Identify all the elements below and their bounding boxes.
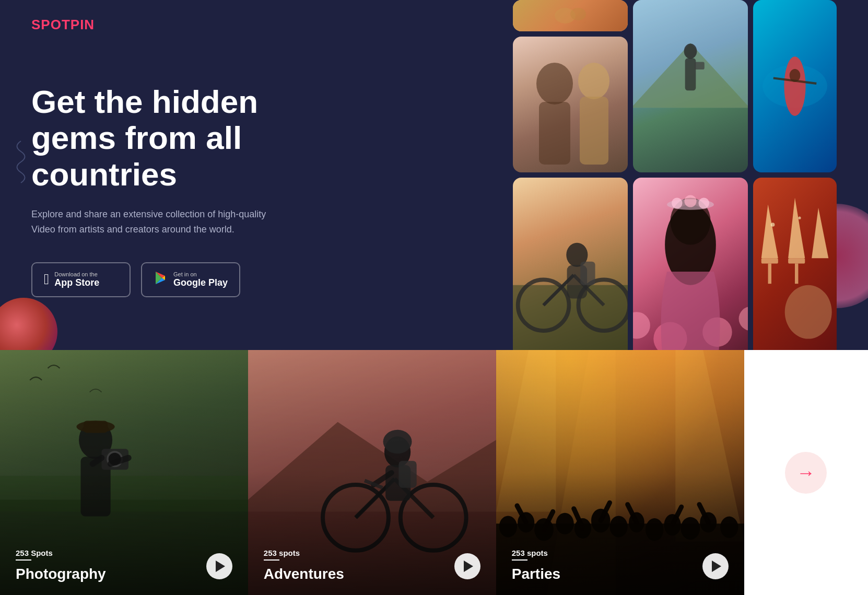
googleplay-button[interactable]: Get in on Google Play: [141, 262, 240, 297]
category-parties[interactable]: 253 spots Parties: [496, 350, 744, 595]
photo-card-kayak: [753, 0, 837, 172]
svg-rect-20: [761, 258, 778, 263]
svg-point-8: [578, 63, 609, 99]
appstore-button[interactable]:  Download on the App Store: [31, 262, 131, 297]
download-buttons:  Download on the App Store G: [31, 262, 345, 297]
header: SPOTPIN: [31, 17, 95, 33]
photo-card-cyclist: [513, 178, 628, 350]
photo-grid: [513, 0, 837, 350]
adventures-spots: 253 spots: [264, 549, 480, 557]
parties-title: Parties: [512, 566, 729, 582]
svg-rect-13: [685, 58, 696, 90]
hero-content: Get the hidden gems from all countries E…: [31, 84, 345, 297]
svg-rect-21: [768, 264, 771, 284]
nav-arrow-card[interactable]: →: [744, 350, 868, 595]
photo-card-food: [513, 0, 628, 31]
photo-card-woman-flowers: [633, 178, 748, 350]
nav-arrow-icon: →: [796, 462, 815, 484]
photography-play-button[interactable]: [206, 553, 232, 579]
nav-arrow-container[interactable]: →: [785, 452, 827, 494]
svg-point-16: [784, 56, 805, 115]
svg-rect-7: [539, 102, 570, 165]
adventures-play-button[interactable]: [454, 553, 480, 579]
apple-icon: : [44, 271, 49, 288]
left-waves-decoration: [10, 136, 26, 190]
photo-card-toast: [753, 178, 837, 350]
appstore-label-small: Download on the: [54, 271, 99, 277]
category-photography[interactable]: 253 Spots Photography: [0, 350, 248, 595]
appstore-label-big: App Store: [54, 277, 99, 288]
photography-divider: [16, 559, 31, 561]
svg-point-41: [739, 307, 748, 331]
svg-marker-25: [812, 208, 828, 258]
svg-point-26: [771, 223, 775, 227]
svg-point-38: [633, 312, 650, 339]
photo-card-mountain: [633, 0, 748, 172]
hero-section: SPOTPIN Get the hidden gems from all cou…: [0, 0, 868, 350]
svg-point-12: [684, 44, 697, 59]
googleplay-label-big: Google Play: [173, 277, 228, 288]
hero-subtitle: Explore and share an extensive collectio…: [31, 207, 345, 237]
svg-rect-24: [795, 264, 798, 284]
svg-rect-14: [695, 62, 705, 69]
adventures-divider: [264, 559, 279, 561]
category-adventures[interactable]: 253 spots Adventures: [248, 350, 496, 595]
svg-point-5: [570, 8, 586, 20]
photo-card-salon: [513, 37, 628, 172]
photography-spots: 253 Spots: [16, 549, 232, 557]
svg-point-28: [785, 285, 832, 339]
svg-marker-22: [788, 198, 805, 259]
svg-marker-19: [761, 204, 778, 258]
svg-point-47: [698, 198, 709, 209]
svg-rect-23: [788, 258, 805, 263]
svg-point-6: [536, 63, 573, 104]
parties-divider: [512, 559, 527, 561]
categories-section: 253 Spots Photography: [0, 350, 868, 595]
adventures-title: Adventures: [264, 566, 480, 582]
logo-part2: PIN: [71, 17, 95, 32]
svg-point-27: [798, 217, 801, 219]
svg-point-45: [672, 198, 683, 209]
parties-spots: 253 spots: [512, 549, 729, 557]
deco-circle: [0, 298, 57, 350]
hero-title: Get the hidden gems from all countries: [31, 84, 345, 192]
svg-point-46: [684, 195, 696, 207]
photography-title: Photography: [16, 566, 232, 582]
logo-part1: SPOT: [31, 17, 71, 32]
logo: SPOTPIN: [31, 17, 95, 33]
parties-play-button[interactable]: [702, 553, 729, 579]
svg-rect-9: [580, 97, 608, 165]
svg-rect-37: [580, 262, 595, 285]
googleplay-label-small: Get in on: [173, 271, 228, 277]
googleplay-icon: [154, 271, 168, 289]
